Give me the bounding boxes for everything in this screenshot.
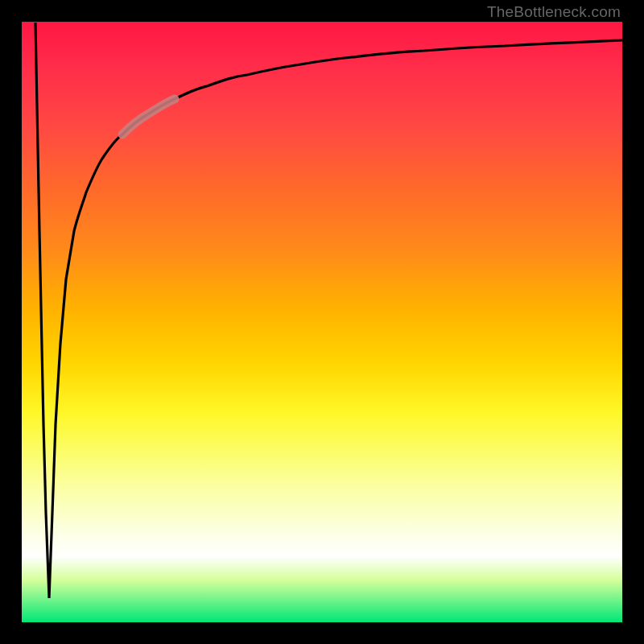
- main-curve: [35, 23, 622, 598]
- highlight-segment: [122, 99, 175, 134]
- curve-layer: [22, 22, 622, 622]
- chart-frame: TheBottleneck.com: [0, 0, 644, 644]
- plot-area: [22, 22, 622, 622]
- attribution-label: TheBottleneck.com: [487, 3, 621, 21]
